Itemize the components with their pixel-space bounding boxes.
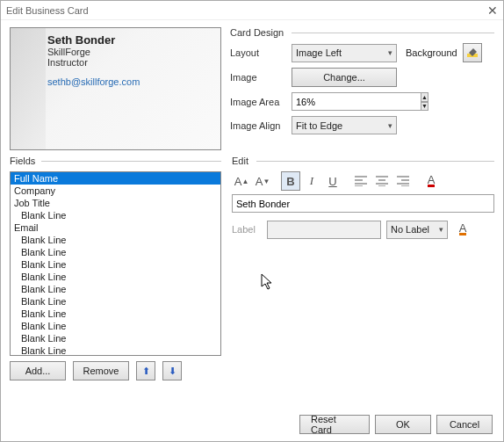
bold-button[interactable]: B <box>281 171 300 191</box>
arrow-down-icon: ⬇ <box>169 366 176 377</box>
italic-button[interactable]: I <box>302 171 321 191</box>
list-item[interactable]: Blank Line <box>11 271 220 283</box>
reset-card-button[interactable]: Reset Card <box>299 415 370 434</box>
layout-combo-value: Image Left <box>296 47 342 58</box>
background-color-button[interactable] <box>463 43 482 62</box>
align-left-button[interactable] <box>351 171 371 191</box>
image-area-input[interactable] <box>292 92 421 111</box>
cancel-button[interactable]: Cancel <box>436 415 493 434</box>
format-toolbar: A▲ A▼ B I U A <box>232 171 494 191</box>
list-item[interactable]: Full Name <box>11 172 220 185</box>
list-item[interactable]: Blank Line <box>11 209 220 221</box>
fields-list[interactable]: Full NameCompanyJob TitleBlank LineEmail… <box>10 171 221 356</box>
list-item[interactable]: Job Title <box>11 197 220 209</box>
decrease-font-button[interactable]: A▼ <box>253 171 272 191</box>
titlebar: Edit Business Card ✕ <box>1 1 503 20</box>
move-down-button[interactable]: ⬇ <box>162 361 182 380</box>
card-design-group: Card Design Layout Image Left ▾ Backgrou… <box>230 27 494 134</box>
layout-label: Layout <box>230 47 292 58</box>
card-preview: Seth Bonder SkillForge Instructor sethb@… <box>10 27 221 150</box>
image-align-value: Fit to Edge <box>296 120 342 131</box>
chevron-down-icon: ▾ <box>388 48 392 57</box>
ok-button[interactable]: OK <box>375 415 431 434</box>
align-center-button[interactable] <box>372 171 392 191</box>
image-align-combo[interactable]: Fit to Edge ▾ <box>292 116 397 134</box>
image-label: Image <box>230 72 292 83</box>
move-up-button[interactable]: ⬆ <box>136 361 155 380</box>
group-title-fields: Fields <box>10 156 221 166</box>
fields-group: Fields Full NameCompanyJob TitleBlank Li… <box>10 156 221 380</box>
edit-group: Edit A▲ A▼ B I U A Label <box>232 156 494 239</box>
group-title-edit: Edit <box>232 156 494 166</box>
window-title: Edit Business Card <box>6 1 89 20</box>
close-icon[interactable]: ✕ <box>487 1 498 20</box>
list-item[interactable]: Blank Line <box>11 344 220 356</box>
change-image-button[interactable]: Change... <box>292 68 397 87</box>
preview-name: Seth Bonder <box>47 33 215 47</box>
dialog-footer: Reset Card OK Cancel <box>299 415 493 434</box>
group-title-card-design: Card Design <box>230 27 494 38</box>
underline-button[interactable]: U <box>323 171 342 191</box>
arrow-up-icon: ⬆ <box>142 366 150 377</box>
layout-combo[interactable]: Image Left ▾ <box>292 44 397 62</box>
preview-image-area <box>11 28 46 149</box>
list-item[interactable]: Blank Line <box>11 295 220 308</box>
list-item[interactable]: Company <box>11 185 220 197</box>
remove-field-button[interactable]: Remove <box>73 361 129 380</box>
label-input <box>267 221 381 239</box>
list-item[interactable]: Blank Line <box>11 320 220 332</box>
label-label: Label <box>232 224 267 235</box>
increase-font-button[interactable]: A▲ <box>232 171 251 191</box>
list-item[interactable]: Blank Line <box>11 234 220 246</box>
font-color-button[interactable]: A <box>421 171 441 191</box>
background-label: Background <box>406 47 457 58</box>
align-center-icon <box>376 176 388 186</box>
list-item[interactable]: Blank Line <box>11 283 220 295</box>
list-item[interactable]: Blank Line <box>11 246 220 258</box>
list-item[interactable]: Blank Line <box>11 258 220 271</box>
label-position-combo[interactable]: No Label ▾ <box>386 221 448 239</box>
label-font-color-button[interactable]: A <box>453 220 472 239</box>
edit-value-input[interactable] <box>232 194 494 213</box>
preview-company: SkillForge <box>47 47 215 57</box>
image-align-label: Image Align <box>230 120 292 131</box>
preview-title: Instructor <box>47 57 215 68</box>
align-right-button[interactable] <box>393 171 413 191</box>
add-field-button[interactable]: Add... <box>10 361 66 380</box>
image-area-label: Image Area <box>230 97 292 107</box>
spinner-up-icon[interactable]: ▲ <box>421 92 428 102</box>
spinner-down-icon[interactable]: ▼ <box>421 102 428 112</box>
paint-bucket-icon <box>466 47 479 59</box>
list-item[interactable]: Blank Line <box>11 332 220 344</box>
preview-email: sethb@skillforge.com <box>47 76 215 87</box>
align-right-icon <box>397 176 409 186</box>
chevron-down-icon: ▾ <box>388 121 392 130</box>
list-item[interactable]: Blank Line <box>11 308 220 320</box>
align-left-icon <box>355 176 367 186</box>
image-area-spinner[interactable]: ▲ ▼ <box>292 92 392 111</box>
label-position-value: No Label <box>391 224 429 235</box>
chevron-down-icon: ▾ <box>439 225 443 234</box>
list-item[interactable]: Email <box>11 221 220 234</box>
